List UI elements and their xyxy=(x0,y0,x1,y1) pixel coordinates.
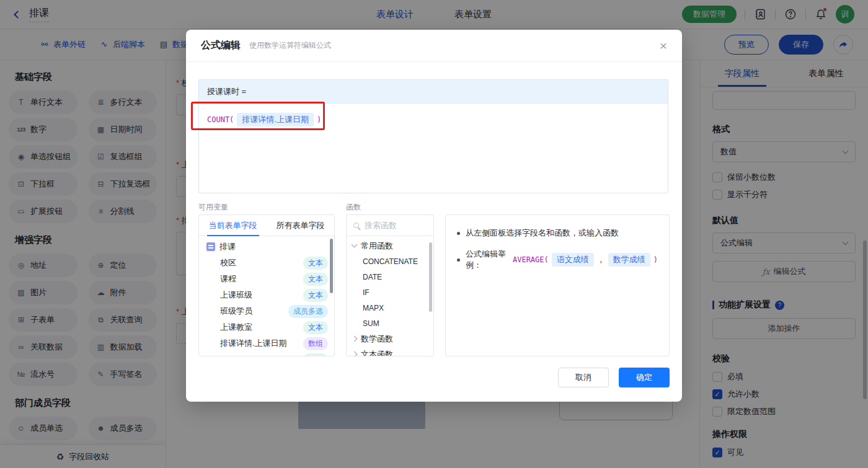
function-item-IF[interactable]: IF xyxy=(347,285,433,300)
variable-row[interactable]: 课程文本 xyxy=(199,271,334,287)
dialog-subtitle: 使用数学运算符编辑公式 xyxy=(249,40,331,51)
confirm-button[interactable]: 确定 xyxy=(619,368,670,387)
example-token: 语文成绩 xyxy=(552,253,594,267)
variable-type-badge: 文本 xyxy=(303,257,328,270)
variable-type-badge: 文本 xyxy=(303,353,328,357)
variable-type-badge: 文本 xyxy=(303,289,328,302)
function-search-input[interactable]: 搜索函数 xyxy=(347,215,433,236)
search-placeholder: 搜索函数 xyxy=(365,220,397,231)
search-icon xyxy=(353,223,359,228)
example-token: 数学成绩 xyxy=(608,253,650,267)
function-group-label: 文本函数 xyxy=(361,349,393,357)
chevron-right-icon xyxy=(352,351,358,356)
variable-row[interactable]: 文本 xyxy=(199,351,334,356)
variable-type-badge: 数组 xyxy=(303,337,328,350)
example-comma: ， xyxy=(597,254,605,265)
function-group-文本函数[interactable]: 文本函数 xyxy=(347,347,433,356)
variable-root-row[interactable]: 排课 xyxy=(199,239,334,255)
formula-edit-dialog: 公式编辑 使用数学运算符编辑公式 × 授课课时 = COUNT( 排课详情.上课… xyxy=(186,30,682,402)
cancel-button[interactable]: 取消 xyxy=(558,368,609,387)
function-group-常用函数[interactable]: 常用函数 xyxy=(347,238,433,254)
dialog-title: 公式编辑 xyxy=(201,39,241,52)
close-icon[interactable]: × xyxy=(660,39,667,52)
variable-root-name: 排课 xyxy=(219,241,236,252)
variable-row[interactable]: 校区文本 xyxy=(199,255,334,271)
functions-panel: 搜索函数 常用函数CONCATENATEDATEIFMAPXSUM数学函数文本函… xyxy=(346,214,434,356)
variable-name: 校区 xyxy=(220,257,303,268)
function-group-数学函数[interactable]: 数学函数 xyxy=(347,331,433,347)
form-doc-icon xyxy=(206,242,215,251)
variable-row[interactable]: 上课教室文本 xyxy=(199,319,334,335)
formula-editor[interactable]: 授课课时 = COUNT( 排课详情.上课日期 ) xyxy=(198,79,668,193)
variable-row[interactable]: 排课详情.上课日期数组 xyxy=(199,335,334,351)
chevron-down-icon xyxy=(352,242,358,248)
variable-type-badge: 文本 xyxy=(303,321,328,334)
field-token[interactable]: 排课详情.上课日期 xyxy=(237,113,314,126)
variables-label: 可用变量 xyxy=(198,202,228,213)
function-item-CONCATENATE[interactable]: CONCATENATE xyxy=(347,254,433,269)
function-close-paren: ) xyxy=(317,115,321,124)
function-item-MAPX[interactable]: MAPX xyxy=(347,300,433,316)
function-item-DATE[interactable]: DATE xyxy=(347,269,433,285)
example-prefix: 公式编辑举例： xyxy=(466,249,510,271)
variable-name: 班级学员 xyxy=(220,306,288,317)
function-group-label: 常用函数 xyxy=(361,241,393,252)
variable-name: 课程 xyxy=(220,273,303,285)
chevron-right-icon xyxy=(352,336,358,342)
bullet-icon xyxy=(457,232,460,235)
formula-help-panel: 从左侧面板选择字段名和函数，或输入函数 公式编辑举例：AVERAGE( 语文成绩… xyxy=(445,214,670,356)
variables-tab-当前表单字段[interactable]: 当前表单字段 xyxy=(199,215,267,236)
variable-row[interactable]: 上课班级文本 xyxy=(199,287,334,303)
variables-tab-所有表单字段[interactable]: 所有表单字段 xyxy=(267,215,334,236)
variables-panel: 当前表单字段所有表单字段 排课校区文本课程文本上课班级文本班级学员成员多选上课教… xyxy=(198,214,335,356)
functions-scrollbar[interactable] xyxy=(429,242,432,312)
variable-type-badge: 文本 xyxy=(303,273,328,286)
function-name: COUNT( xyxy=(207,115,234,124)
variable-name: 上课教室 xyxy=(220,322,303,333)
functions-label: 函数 xyxy=(346,202,361,213)
help-line-1: 从左侧面板选择字段名和函数，或输入函数 xyxy=(466,227,619,239)
variable-name: 上课班级 xyxy=(220,289,303,301)
formula-expression[interactable]: COUNT( 排课详情.上课日期 ) xyxy=(199,104,668,136)
bullet-icon xyxy=(457,258,460,262)
example-function: AVERAGE( xyxy=(513,255,549,264)
help-line-2: 公式编辑举例：AVERAGE( 语文成绩 ， 数学成绩 ) xyxy=(466,249,658,271)
variables-scrollbar[interactable] xyxy=(330,239,333,293)
variable-name: 排课详情.上课日期 xyxy=(220,338,303,349)
example-close-paren: ) xyxy=(653,255,658,264)
formula-target: 授课课时 = xyxy=(199,80,668,104)
function-group-label: 数学函数 xyxy=(361,333,393,345)
variable-type-badge: 成员多选 xyxy=(288,305,328,318)
function-item-SUM[interactable]: SUM xyxy=(347,316,433,331)
variable-row[interactable]: 班级学员成员多选 xyxy=(199,303,334,319)
